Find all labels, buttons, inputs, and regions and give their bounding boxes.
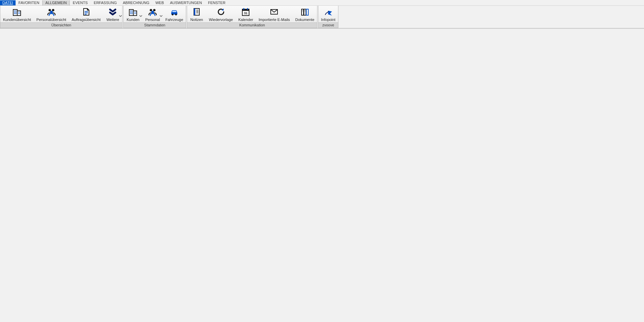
car-icon — [170, 7, 179, 17]
ribbon-group-uebersichten: Kundenübersicht Personalübersicht Auftra… — [0, 6, 123, 28]
ribbon-group-title: Übersichten — [0, 22, 122, 28]
people-icon — [148, 7, 157, 17]
ribbon-button-label: Importierte E-Mails — [259, 18, 290, 22]
chevron-down-icon — [119, 15, 122, 17]
menu-label: ABRECHNUNG — [123, 1, 149, 5]
menu-bar: DATEI FAVORITEN ALLGEMEIN EVENTS ERFASSU… — [0, 0, 644, 6]
menu-label: ERFASSUNG — [94, 1, 117, 5]
menu-fenster[interactable]: FENSTER — [205, 0, 228, 5]
chevron-down-icon — [160, 15, 162, 17]
ribbon-button-label: Kunden — [127, 18, 139, 22]
mail-icon — [269, 7, 279, 17]
importierte-emails-button[interactable]: Importierte E-Mails — [256, 6, 292, 22]
ribbon-group-kommunikation: Notizen Wiedervorlage Kalender Importier… — [187, 6, 317, 28]
menu-datei[interactable]: DATEI — [0, 0, 16, 5]
personaluebersicht-button[interactable]: Personalübersicht — [34, 6, 69, 22]
menu-label: FENSTER — [208, 1, 225, 5]
buildings-icon — [12, 7, 22, 17]
menu-label: WEB — [155, 1, 164, 5]
ribbon-button-label: Auftragsübersicht — [72, 18, 101, 22]
ribbon-button-label: Fahrzeuge — [165, 18, 183, 22]
chevron-down-icon — [139, 15, 142, 17]
ribbon-group-title: zvoove — [318, 22, 338, 28]
wiedervorlage-button[interactable]: Wiedervorlage — [206, 6, 236, 22]
menu-label: FAVORITEN — [19, 1, 40, 5]
people-icon — [47, 7, 56, 17]
ribbon-group-stammdaten: Kunden Personal Fahrzeuge Stammdaten — [123, 6, 186, 28]
menu-events[interactable]: EVENTS — [70, 0, 91, 5]
menu-label: EVENTS — [73, 1, 88, 5]
ribbon-button-label: Kalender — [238, 18, 253, 22]
weitere-button[interactable]: Weitere — [103, 6, 122, 22]
notizen-button[interactable]: Notizen — [187, 6, 206, 22]
content-area — [0, 29, 644, 322]
kunden-button[interactable]: Kunden — [124, 6, 142, 22]
ribbon-button-label: Wiedervorlage — [209, 18, 233, 22]
ribbon-group-zvoove: Infopoint zvoove — [318, 6, 338, 28]
kundenuebersicht-button[interactable]: Kundenübersicht — [0, 6, 34, 22]
ribbon-button-label: Dokumente — [295, 18, 314, 22]
ribbon-button-label: Notizen — [191, 18, 203, 22]
infopoint-button[interactable]: Infopoint — [318, 6, 338, 22]
fahrzeuge-button[interactable]: Fahrzeuge — [163, 6, 186, 22]
menu-erfassung[interactable]: ERFASSUNG — [91, 0, 120, 5]
ribbon-button-label: Personalübersicht — [37, 18, 66, 22]
menu-label: ALLGEMEIN — [45, 1, 67, 5]
books-icon — [300, 7, 310, 17]
personal-button[interactable]: Personal — [142, 6, 162, 22]
menu-abrechnung[interactable]: ABRECHNUNG — [120, 0, 152, 5]
menu-allgemein[interactable]: ALLGEMEIN — [42, 0, 70, 5]
refresh-icon — [216, 7, 226, 17]
double-chevron-down-icon — [108, 7, 117, 17]
calendar-icon — [241, 7, 250, 17]
menu-web[interactable]: WEB — [152, 0, 167, 5]
ribbon-group-title: Kommunikation — [187, 22, 317, 28]
document-icon — [81, 7, 91, 17]
ribbon-button-label: Infopoint — [321, 18, 335, 22]
menu-label: DATEI — [2, 1, 13, 5]
ribbon-button-label: Personal — [145, 18, 160, 22]
auftragsuebersicht-button[interactable]: Auftragsübersicht — [69, 6, 104, 22]
ribbon-group-title: Stammdaten — [124, 22, 186, 28]
ribbon: Kundenübersicht Personalübersicht Auftra… — [0, 6, 644, 29]
flag-icon — [324, 7, 333, 17]
ribbon-button-label: Weitere — [106, 18, 119, 22]
ribbon-button-label: Kundenübersicht — [3, 18, 31, 22]
menu-favoriten[interactable]: FAVORITEN — [16, 0, 43, 5]
menu-label: AUSWERTUNGEN — [170, 1, 202, 5]
buildings-icon — [128, 7, 138, 17]
note-icon — [192, 7, 201, 17]
kalender-button[interactable]: Kalender — [236, 6, 256, 22]
dokumente-button[interactable]: Dokumente — [293, 6, 317, 22]
menu-auswertungen[interactable]: AUSWERTUNGEN — [167, 0, 205, 5]
